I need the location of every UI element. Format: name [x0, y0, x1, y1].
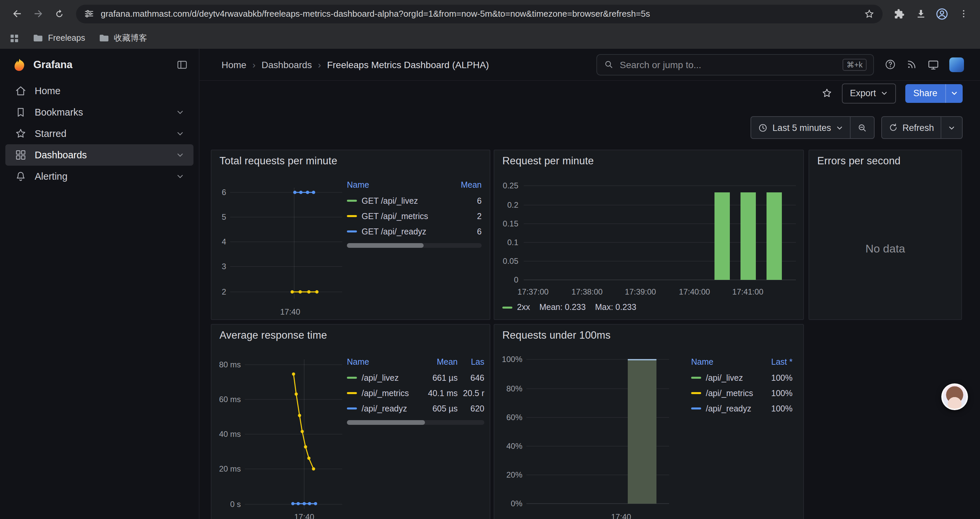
home-icon	[15, 85, 27, 97]
legend-col-name[interactable]: Name	[347, 357, 419, 367]
panel-title[interactable]: Errors per second	[817, 155, 900, 167]
series-name[interactable]: GET /api/_livez	[361, 196, 458, 205]
svg-text:0.1: 0.1	[508, 238, 519, 247]
profile-avatar[interactable]	[932, 4, 952, 24]
export-label: Export	[850, 88, 876, 98]
series-last: 100%	[763, 388, 792, 398]
chevron-down-icon[interactable]	[176, 129, 184, 137]
legend-scrollbar[interactable]	[347, 243, 482, 248]
legend-table: Name Mean Las /api/_livez 661 µs 646	[347, 354, 484, 425]
sidebar-item-home[interactable]: Home	[5, 80, 194, 102]
chevron-down-icon[interactable]	[176, 151, 184, 159]
legend-table: Name Last * /api/_livez 100% /api/_metri…	[691, 354, 792, 416]
search-input[interactable]: Search or jump to... ⌘+k	[597, 54, 874, 75]
panel-request-per-minute: Request per minute 0.25 0.2 0.15 0.1 0.0…	[494, 150, 804, 320]
no-data-message: No data	[809, 243, 961, 256]
legend-col-name[interactable]: Name	[691, 357, 763, 367]
legend-col-mean[interactable]: Mean	[458, 180, 482, 190]
help-icon[interactable]	[885, 59, 896, 70]
chevron-down-icon[interactable]	[176, 108, 184, 116]
bookmark-star-icon[interactable]	[864, 8, 875, 19]
extensions-icon[interactable]	[889, 4, 909, 24]
legend-row[interactable]: /api/_readyz 100%	[691, 401, 792, 416]
legend-header: Name Mean	[347, 177, 482, 193]
series-mean: 6	[458, 196, 482, 205]
svg-text:0.2: 0.2	[508, 200, 519, 209]
svg-text:40 ms: 40 ms	[219, 430, 241, 439]
svg-text:17:38:00: 17:38:00	[571, 287, 602, 296]
sidebar-item-label: Home	[35, 86, 60, 96]
bookmark-icon	[15, 106, 27, 118]
series-name[interactable]: /api/_livez	[706, 373, 763, 382]
series-name[interactable]: GET /api/_metrics	[361, 211, 458, 221]
sidebar-item-alerting[interactable]: Alerting	[5, 166, 194, 187]
bookmark-folder-blogs[interactable]: 收藏博客	[99, 32, 147, 44]
floating-assistant-avatar[interactable]	[941, 383, 968, 410]
site-info-icon[interactable]	[84, 9, 94, 19]
scrollbar-thumb[interactable]	[347, 420, 425, 425]
chevron-down-icon	[948, 124, 955, 131]
zoom-out-button[interactable]	[850, 117, 873, 138]
bookmarks-bar: Freeleaps 收藏博客	[0, 27, 980, 49]
refresh-interval-dropdown[interactable]	[941, 117, 962, 138]
legend-col-last[interactable]: Las	[458, 357, 484, 367]
scrollbar-thumb[interactable]	[347, 243, 424, 248]
share-dropdown[interactable]	[945, 84, 963, 102]
legend-col-name[interactable]: Name	[347, 180, 458, 190]
share-button-group: Share	[905, 84, 963, 102]
brand-title: Grafana	[33, 58, 72, 70]
series-color-dash	[347, 230, 357, 232]
series-color-dash	[347, 392, 357, 394]
series-name[interactable]: /api/_readyz	[706, 404, 763, 413]
grafana-logo[interactable]	[12, 57, 27, 72]
breadcrumb-home[interactable]: Home	[221, 59, 247, 70]
legend-row[interactable]: /api/_livez 661 µs 646	[347, 370, 484, 385]
bookmark-folder-freeleaps[interactable]: Freeleaps	[33, 33, 85, 43]
sidebar-item-starred[interactable]: Starred	[5, 123, 194, 144]
refresh-button[interactable]: Refresh	[881, 117, 941, 138]
legend-row[interactable]: GET /api/_readyz 6	[347, 224, 482, 239]
svg-text:17:39:00: 17:39:00	[625, 287, 656, 296]
legend-col-last[interactable]: Last *	[763, 357, 792, 367]
legend-row[interactable]: /api/_readyz 605 µs 620	[347, 401, 484, 416]
legend-row[interactable]: GET /api/_livez 6	[347, 193, 482, 208]
display-icon[interactable]	[927, 58, 939, 70]
legend-row[interactable]: /api/_metrics 100%	[691, 385, 792, 401]
url-bar[interactable]: grafana.mathmast.com/d/deytv4rwavabkb/fr…	[76, 4, 883, 23]
search-placeholder: Search or jump to...	[620, 59, 837, 70]
sidebar-item-dashboards[interactable]: Dashboards	[5, 144, 194, 166]
time-range-picker[interactable]: Last 5 minutes	[751, 117, 850, 138]
menu-icon[interactable]	[953, 4, 973, 24]
series-name[interactable]: /api/_livez	[361, 373, 419, 382]
url-text[interactable]: grafana.mathmast.com/d/deytv4rwavabkb/fr…	[101, 9, 857, 19]
series-name[interactable]: 2xx	[517, 303, 530, 312]
reload-button[interactable]	[49, 4, 69, 24]
collapse-sidebar-icon[interactable]	[176, 58, 188, 70]
legend-col-mean[interactable]: Mean	[419, 357, 458, 367]
favorite-star-icon[interactable]	[821, 88, 832, 99]
series-name[interactable]: /api/_readyz	[361, 404, 419, 413]
share-button[interactable]: Share	[905, 84, 945, 102]
breadcrumb-dashboards[interactable]: Dashboards	[261, 59, 312, 70]
series-name[interactable]: /api/_metrics	[361, 388, 419, 398]
back-button[interactable]	[7, 4, 27, 24]
apps-grid-icon[interactable]	[10, 33, 19, 43]
series-name[interactable]: /api/_metrics	[706, 388, 763, 398]
legend-row[interactable]: /api/_livez 100%	[691, 370, 792, 385]
legend-mean: Mean: 0.233	[539, 303, 586, 312]
export-button[interactable]: Export	[842, 83, 896, 103]
legend-row[interactable]: GET /api/_metrics 2	[347, 208, 482, 224]
legend-row[interactable]: /api/_metrics 40.1 ms 20.5 r	[347, 385, 484, 401]
legend-header: Name Mean Las	[347, 354, 484, 370]
search-shortcut-badge: ⌘+k	[843, 58, 867, 70]
series-name[interactable]: GET /api/_readyz	[361, 227, 458, 236]
legend-scrollbar[interactable]	[347, 420, 484, 425]
forward-icon	[32, 8, 44, 19]
user-avatar[interactable]	[949, 57, 964, 72]
sidebar-item-bookmarks[interactable]: Bookmarks	[5, 102, 194, 123]
news-rss-icon[interactable]	[906, 59, 917, 70]
chevron-down-icon[interactable]	[176, 172, 184, 180]
downloads-icon[interactable]	[911, 4, 931, 24]
forward-button[interactable]	[28, 4, 48, 24]
svg-text:17:40: 17:40	[294, 512, 314, 519]
